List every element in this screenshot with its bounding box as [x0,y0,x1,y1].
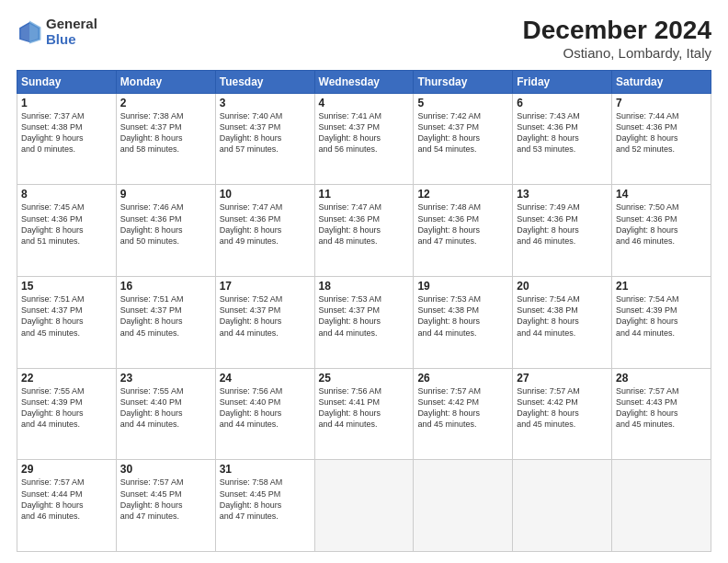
cell-info: Sunrise: 7:50 AMSunset: 4:36 PMDaylight:… [616,201,707,247]
day-number: 9 [120,188,211,201]
day-number: 24 [220,372,311,385]
day-number: 17 [220,280,311,293]
day-number: 14 [616,188,707,201]
day-number: 27 [517,372,608,385]
day-number: 13 [517,188,608,201]
cell-info: Sunrise: 7:54 AMSunset: 4:38 PMDaylight:… [517,293,608,339]
day-number: 7 [616,97,707,109]
cell-info: Sunrise: 7:57 AMSunset: 4:43 PMDaylight:… [616,385,707,431]
calendar-cell: 31Sunrise: 7:58 AMSunset: 4:45 PMDayligh… [215,460,314,552]
calendar-cell: 14Sunrise: 7:50 AMSunset: 4:36 PMDayligh… [612,185,711,277]
calendar-subtitle: Ostiano, Lombardy, Italy [523,45,711,61]
weekday-header-saturday: Saturday [612,70,711,93]
calendar-cell: 7Sunrise: 7:44 AMSunset: 4:36 PMDaylight… [612,93,711,185]
cell-info: Sunrise: 7:54 AMSunset: 4:39 PMDaylight:… [616,293,707,339]
cell-info: Sunrise: 7:51 AMSunset: 4:37 PMDaylight:… [120,293,211,339]
logo-icon [17,19,42,45]
day-number: 29 [21,463,112,476]
title-block: December 2024 Ostiano, Lombardy, Italy [523,17,711,61]
day-number: 21 [616,280,707,293]
cell-info: Sunrise: 7:52 AMSunset: 4:37 PMDaylight:… [220,293,311,339]
weekday-header-friday: Friday [513,70,612,93]
calendar-week-4: 22Sunrise: 7:55 AMSunset: 4:39 PMDayligh… [17,368,711,460]
day-number: 2 [120,97,211,109]
day-number: 16 [120,280,211,293]
cell-info: Sunrise: 7:58 AMSunset: 4:45 PMDaylight:… [220,477,311,522]
day-number: 22 [21,372,112,385]
calendar-cell: 19Sunrise: 7:53 AMSunset: 4:38 PMDayligh… [414,277,513,369]
logo-line1: General [46,17,97,32]
calendar-title: December 2024 [523,17,711,45]
day-number: 18 [319,280,410,293]
day-number: 26 [417,372,508,385]
day-number: 12 [417,188,508,201]
weekday-header-sunday: Sunday [17,70,117,93]
calendar-cell: 9Sunrise: 7:46 AMSunset: 4:36 PMDaylight… [116,185,215,277]
calendar-cell: 29Sunrise: 7:57 AMSunset: 4:44 PMDayligh… [17,460,117,552]
cell-info: Sunrise: 7:37 AMSunset: 4:38 PMDaylight:… [21,110,112,155]
cell-info: Sunrise: 7:49 AMSunset: 4:36 PMDaylight:… [517,201,608,247]
cell-info: Sunrise: 7:45 AMSunset: 4:36 PMDaylight:… [21,201,112,247]
cell-info: Sunrise: 7:55 AMSunset: 4:39 PMDaylight:… [21,385,112,431]
calendar-cell: 27Sunrise: 7:57 AMSunset: 4:42 PMDayligh… [513,368,612,460]
cell-info: Sunrise: 7:38 AMSunset: 4:37 PMDaylight:… [120,110,211,155]
calendar-week-2: 8Sunrise: 7:45 AMSunset: 4:36 PMDaylight… [17,185,711,277]
day-number: 8 [21,188,112,201]
calendar-cell: 15Sunrise: 7:51 AMSunset: 4:37 PMDayligh… [17,277,117,369]
day-number: 25 [319,372,410,385]
page: General Blue December 2024 Ostiano, Lomb… [0,0,728,563]
calendar-cell: 23Sunrise: 7:55 AMSunset: 4:40 PMDayligh… [116,368,215,460]
day-number: 30 [120,463,211,476]
cell-info: Sunrise: 7:57 AMSunset: 4:44 PMDaylight:… [21,477,112,522]
cell-info: Sunrise: 7:42 AMSunset: 4:37 PMDaylight:… [417,110,508,155]
calendar-cell [513,460,612,552]
cell-info: Sunrise: 7:40 AMSunset: 4:37 PMDaylight:… [220,110,311,155]
calendar-cell: 3Sunrise: 7:40 AMSunset: 4:37 PMDaylight… [215,93,314,185]
calendar-week-3: 15Sunrise: 7:51 AMSunset: 4:37 PMDayligh… [17,277,711,369]
cell-info: Sunrise: 7:44 AMSunset: 4:36 PMDaylight:… [616,110,707,155]
cell-info: Sunrise: 7:56 AMSunset: 4:41 PMDaylight:… [319,385,410,431]
day-number: 20 [517,280,608,293]
cell-info: Sunrise: 7:48 AMSunset: 4:36 PMDaylight:… [417,201,508,247]
weekday-header-thursday: Thursday [414,70,513,93]
cell-info: Sunrise: 7:57 AMSunset: 4:42 PMDaylight:… [517,385,608,431]
calendar-cell: 25Sunrise: 7:56 AMSunset: 4:41 PMDayligh… [314,368,414,460]
calendar-cell: 5Sunrise: 7:42 AMSunset: 4:37 PMDaylight… [414,93,513,185]
cell-info: Sunrise: 7:41 AMSunset: 4:37 PMDaylight:… [319,110,410,155]
calendar-cell: 11Sunrise: 7:47 AMSunset: 4:36 PMDayligh… [314,185,414,277]
cell-info: Sunrise: 7:51 AMSunset: 4:37 PMDaylight:… [21,293,112,339]
weekday-header-monday: Monday [116,70,215,93]
day-number: 4 [319,97,410,109]
weekday-header-tuesday: Tuesday [215,70,314,93]
cell-info: Sunrise: 7:47 AMSunset: 4:36 PMDaylight:… [319,201,410,247]
calendar-cell [414,460,513,552]
day-number: 19 [417,280,508,293]
day-number: 11 [319,188,410,201]
logo: General Blue [17,17,97,47]
calendar-cell: 30Sunrise: 7:57 AMSunset: 4:45 PMDayligh… [116,460,215,552]
day-number: 5 [417,97,508,109]
calendar-table: SundayMondayTuesdayWednesdayThursdayFrid… [17,70,711,552]
calendar-cell: 8Sunrise: 7:45 AMSunset: 4:36 PMDaylight… [17,185,117,277]
logo-text: General Blue [46,17,97,47]
cell-info: Sunrise: 7:46 AMSunset: 4:36 PMDaylight:… [120,201,211,247]
day-number: 28 [616,372,707,385]
calendar-cell: 2Sunrise: 7:38 AMSunset: 4:37 PMDaylight… [116,93,215,185]
calendar-cell: 16Sunrise: 7:51 AMSunset: 4:37 PMDayligh… [116,277,215,369]
calendar-header-row: SundayMondayTuesdayWednesdayThursdayFrid… [17,70,711,93]
day-number: 15 [21,280,112,293]
calendar-cell [314,460,414,552]
cell-info: Sunrise: 7:57 AMSunset: 4:45 PMDaylight:… [120,477,211,522]
day-number: 10 [220,188,311,201]
day-number: 6 [517,97,608,109]
cell-info: Sunrise: 7:56 AMSunset: 4:40 PMDaylight:… [220,385,311,431]
calendar-week-5: 29Sunrise: 7:57 AMSunset: 4:44 PMDayligh… [17,460,711,552]
calendar-cell: 26Sunrise: 7:57 AMSunset: 4:42 PMDayligh… [414,368,513,460]
cell-info: Sunrise: 7:47 AMSunset: 4:36 PMDaylight:… [220,201,311,247]
calendar-cell [612,460,711,552]
calendar-cell: 17Sunrise: 7:52 AMSunset: 4:37 PMDayligh… [215,277,314,369]
calendar-cell: 21Sunrise: 7:54 AMSunset: 4:39 PMDayligh… [612,277,711,369]
calendar-cell: 13Sunrise: 7:49 AMSunset: 4:36 PMDayligh… [513,185,612,277]
calendar-cell: 1Sunrise: 7:37 AMSunset: 4:38 PMDaylight… [17,93,117,185]
cell-info: Sunrise: 7:43 AMSunset: 4:36 PMDaylight:… [517,110,608,155]
